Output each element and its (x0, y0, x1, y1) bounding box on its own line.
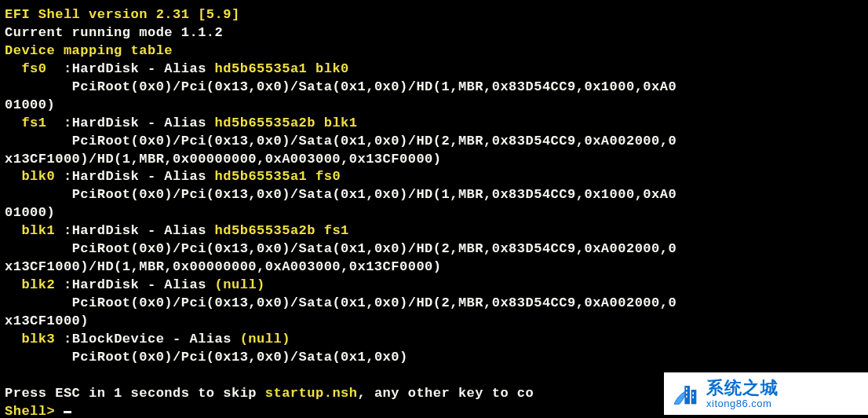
alias-label: Alias (164, 277, 206, 292)
entry-alias: hd5b65535a1 fs0 (215, 169, 341, 184)
entry-name: blk2 (21, 277, 55, 292)
watermark-url: xitong86.com (706, 398, 779, 409)
entry-blk1-path: PciRoot(0x0)/Pci(0x13,0x0)/Sata(0x1,0x0)… (5, 240, 863, 258)
watermark: 系统之城 xitong86.com (664, 372, 868, 415)
svg-rect-6 (692, 396, 694, 398)
entry-blk2-path-cont: x13CF1000) (5, 313, 863, 331)
entry-type: HardDisk (72, 169, 140, 184)
efi-shell-screen[interactable]: EFI Shell version 2.31 [5.9] Current run… (0, 0, 868, 418)
entry-type: HardDisk (72, 116, 140, 130)
entry-name: blk1 (21, 223, 55, 238)
entry-blk0-path-cont: 01000) (5, 204, 863, 222)
entry-fs1-path-cont: x13CF1000)/HD(1,MBR,0x00000000,0xA003000… (5, 151, 863, 169)
entry-type: HardDisk (72, 223, 140, 238)
svg-rect-2 (686, 388, 687, 390)
entry-blk1-path-cont: x13CF1000)/HD(1,MBR,0x00000000,0xA003000… (5, 258, 863, 277)
entry-alias: hd5b65535a1 blk0 (215, 61, 349, 76)
entry-name: fs1 (21, 116, 46, 130)
running-mode: Current running mode 1.1.2 (5, 25, 223, 40)
entry-fs1-header: fs1 :HardDisk - Alias hd5b65535a2b blk1 (5, 115, 863, 133)
alias-label: Alias (164, 169, 206, 184)
alias-label: Alias (189, 332, 232, 346)
entry-blk3-path: PciRoot(0x0)/Pci(0x13,0x0)/Sata(0x1,0x0) (5, 349, 863, 367)
entry-fs0-path: PciRoot(0x0)/Pci(0x13,0x0)/Sata(0x1,0x0)… (5, 79, 863, 97)
shell-prompt: Shell> (5, 404, 64, 418)
entry-alias: hd5b65535a2b blk1 (215, 116, 358, 130)
startup-file: startup.nsh (265, 386, 358, 401)
entry-type: HardDisk (72, 277, 140, 292)
entry-blk3-header: blk3 :BlockDevice - Alias (null) (5, 331, 863, 349)
entry-type: BlockDevice (72, 332, 165, 346)
entry-blk2-header: blk2 :HardDisk - Alias (null) (5, 277, 863, 295)
alias-label: Alias (164, 116, 206, 130)
shell-version: EFI Shell version 2.31 [5.9] (5, 7, 240, 22)
entry-alias: (null) (215, 277, 265, 292)
watermark-title: 系统之城 (706, 380, 779, 397)
entry-fs0-header: fs0 :HardDisk - Alias hd5b65535a1 blk0 (5, 60, 863, 79)
svg-rect-4 (686, 396, 687, 398)
entry-name: blk3 (21, 332, 55, 346)
entry-alias: hd5b65535a2b fs1 (215, 223, 349, 238)
entry-type: HardDisk (72, 61, 140, 76)
entry-name: fs0 (21, 61, 46, 76)
alias-label: Alias (164, 223, 206, 238)
svg-rect-5 (692, 392, 694, 394)
entry-fs0-path-cont: 01000) (5, 97, 863, 115)
entry-blk0-header: blk0 :HardDisk - Alias hd5b65535a1 fs0 (5, 168, 863, 186)
entry-name: blk0 (21, 169, 55, 184)
alias-label: Alias (164, 61, 206, 76)
cursor-icon (64, 411, 71, 413)
entry-blk1-header: blk1 :HardDisk - Alias hd5b65535a2b fs1 (5, 222, 863, 240)
entry-blk0-path: PciRoot(0x0)/Pci(0x13,0x0)/Sata(0x1,0x0)… (5, 186, 863, 204)
mapping-header: Device mapping table (5, 43, 173, 58)
building-icon (670, 378, 702, 409)
entry-fs1-path: PciRoot(0x0)/Pci(0x13,0x0)/Sata(0x1,0x0)… (5, 133, 863, 151)
entry-alias: (null) (240, 332, 290, 346)
svg-rect-3 (686, 392, 687, 394)
entry-blk2-path: PciRoot(0x0)/Pci(0x13,0x0)/Sata(0x1,0x0)… (5, 295, 863, 313)
